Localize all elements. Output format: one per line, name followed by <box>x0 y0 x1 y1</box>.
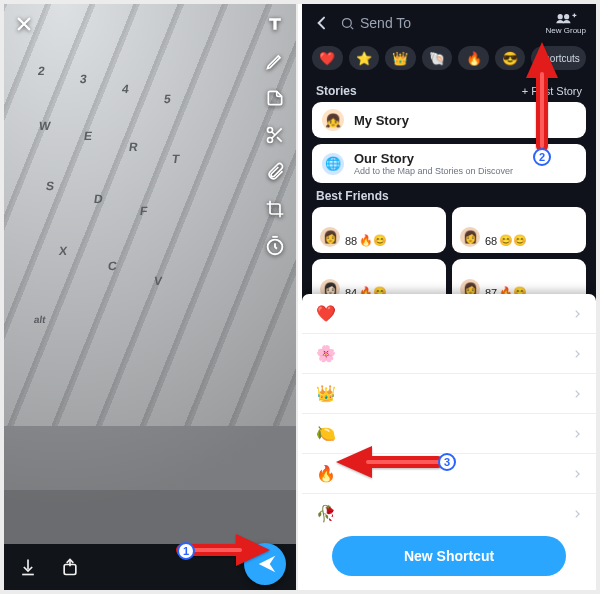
stories-title: Stories <box>316 84 357 98</box>
stories-header: Stories + Post Story <box>302 78 596 102</box>
save-icon[interactable] <box>16 555 40 579</box>
text-tool-icon[interactable] <box>263 12 287 36</box>
story-subtitle: Add to the Map and Stories on Discover <box>354 166 513 176</box>
send-to-header: Send To New Group <box>302 4 596 42</box>
chevron-right-icon <box>572 427 582 441</box>
shortcut-row[interactable]: 🥀 <box>302 494 596 526</box>
shortcut-pill[interactable]: ⭐ <box>349 46 380 70</box>
chevron-right-icon <box>572 507 582 521</box>
new-group-label: New Group <box>546 26 586 35</box>
friend-cell[interactable]: 👩 68😊😊 <box>452 207 586 253</box>
crop-icon[interactable] <box>263 197 287 221</box>
shortcut-row[interactable]: 🍋 <box>302 414 596 454</box>
globe-icon: 🌐 <box>322 153 344 175</box>
bitmoji-icon: 👩 <box>460 227 480 247</box>
story-title: My Story <box>354 113 409 128</box>
shortcut-pill[interactable]: ❤️ <box>312 46 343 70</box>
friend-cell[interactable]: 👩 88🔥😊 <box>312 207 446 253</box>
send-to-screen: Send To New Group ❤️ ⭐ 👑 🐚 🔥 😎 Shortcuts… <box>302 4 596 590</box>
pencil-icon[interactable] <box>263 49 287 73</box>
svg-point-0 <box>268 128 273 133</box>
close-icon[interactable] <box>12 12 36 36</box>
emoji-icon: 🥀 <box>316 504 336 523</box>
post-story-button[interactable]: + Post Story <box>522 85 582 97</box>
stories-list: 👧 My Story 🌐 Our Story Add to the Map an… <box>302 102 596 183</box>
bitmoji-icon: 👩 <box>320 227 340 247</box>
search-placeholder: Send To <box>360 15 411 31</box>
shortcut-row[interactable]: 🔥 <box>302 454 596 494</box>
best-friends-title: Best Friends <box>316 189 389 203</box>
shortcut-row[interactable]: ❤️ <box>302 294 596 334</box>
best-friends-header: Best Friends <box>302 183 596 207</box>
new-shortcut-button[interactable]: New Shortcut <box>332 536 566 576</box>
shortcut-row[interactable]: 🌸 <box>302 334 596 374</box>
svg-point-4 <box>343 18 352 27</box>
shortcut-pill[interactable]: 😎 <box>495 46 526 70</box>
editor-tool-rail <box>261 12 289 258</box>
shortcut-pill-row: ❤️ ⭐ 👑 🐚 🔥 😎 Shortcuts <box>302 42 596 78</box>
shortcut-pill[interactable]: 👑 <box>385 46 416 70</box>
left-phone-snap-editor: 2 3 4 5 W E R T S D F X C V alt <box>4 4 298 590</box>
bitmoji-icon: 👧 <box>322 109 344 131</box>
right-phone-send-to: Send To New Group ❤️ ⭐ 👑 🐚 🔥 😎 Shortcuts… <box>302 4 596 590</box>
shortcut-pill[interactable]: 🐚 <box>422 46 453 70</box>
back-icon[interactable] <box>312 13 332 33</box>
svg-point-1 <box>268 138 273 143</box>
shortcut-row[interactable]: 👑 <box>302 374 596 414</box>
chevron-right-icon <box>572 387 582 401</box>
svg-point-6 <box>564 14 569 19</box>
emoji-icon: ❤️ <box>316 304 336 323</box>
emoji-icon: 🔥 <box>316 464 336 483</box>
shortcut-bottom-sheet: ❤️ 🌸 👑 <box>302 294 596 590</box>
export-icon[interactable] <box>58 555 82 579</box>
chevron-right-icon <box>572 467 582 481</box>
friend-streak: 68😊😊 <box>485 234 527 247</box>
emoji-icon: 👑 <box>316 384 336 403</box>
new-shortcut-label: New Shortcut <box>404 548 494 564</box>
new-group-button[interactable]: New Group <box>546 11 586 35</box>
story-card-my-story[interactable]: 👧 My Story <box>312 102 586 138</box>
chevron-right-icon <box>572 307 582 321</box>
search-input[interactable]: Send To <box>340 12 538 34</box>
story-title: Our Story <box>354 151 513 166</box>
chevron-right-icon <box>572 347 582 361</box>
emoji-icon: 🍋 <box>316 424 336 443</box>
emoji-icon: 🌸 <box>316 344 336 363</box>
friend-streak: 88🔥😊 <box>345 234 387 247</box>
send-button[interactable] <box>244 543 286 585</box>
shortcuts-pill[interactable]: Shortcuts <box>531 46 586 70</box>
attachment-icon[interactable] <box>263 160 287 184</box>
scissors-icon[interactable] <box>263 123 287 147</box>
svg-point-5 <box>557 14 562 19</box>
shortcut-sheet-list: ❤️ 🌸 👑 <box>302 294 596 526</box>
story-card-our-story[interactable]: 🌐 Our Story Add to the Map and Stories o… <box>312 144 586 183</box>
snap-photo: 2 3 4 5 W E R T S D F X C V alt <box>4 4 296 590</box>
sticker-icon[interactable] <box>263 86 287 110</box>
timer-icon[interactable] <box>263 234 287 258</box>
shortcut-pill[interactable]: 🔥 <box>458 46 489 70</box>
